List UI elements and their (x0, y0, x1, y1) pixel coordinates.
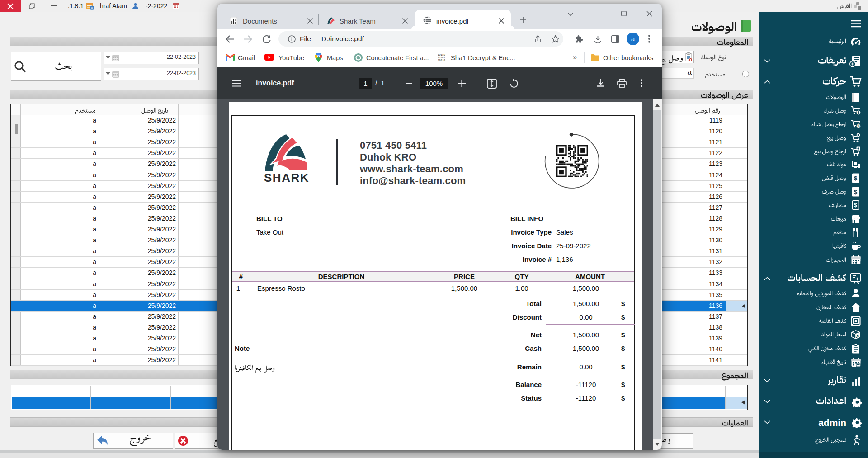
svg-text:$: $ (857, 333, 859, 338)
svg-text:$: $ (857, 110, 859, 115)
svg-text:10010: 10010 (438, 59, 445, 62)
svg-text:SHARK: SHARK (264, 171, 309, 184)
svg-text:$: $ (854, 189, 858, 195)
svg-text:$: $ (857, 124, 859, 128)
svg-text:$: $ (854, 202, 857, 208)
svg-text:$: $ (854, 175, 858, 182)
